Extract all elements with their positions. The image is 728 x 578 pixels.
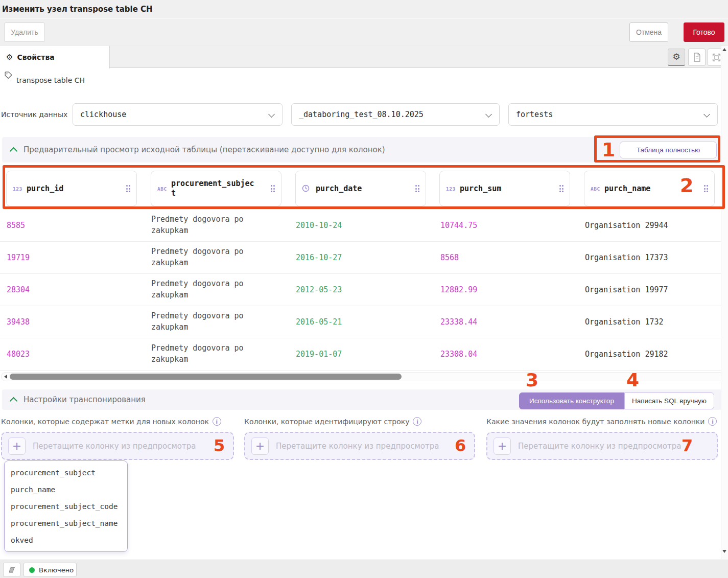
cell-subject: Predmety dogovora po zakupkam <box>151 214 282 237</box>
drag-handle-icon[interactable] <box>704 185 709 192</box>
connection-select[interactable]: clickhouse <box>73 103 283 126</box>
numeric-type-icon: 123 <box>13 186 27 192</box>
cell-purch-id: 8585 <box>7 221 137 230</box>
column-card-purch-date[interactable]: purch_date <box>295 171 426 206</box>
column-card-purch-sum[interactable]: 123 purch_sum <box>439 171 570 206</box>
tab-properties[interactable]: ⚙ Свойства <box>0 46 110 68</box>
tag-icon <box>4 71 13 80</box>
menu-item-purch-name[interactable]: purch_name <box>5 481 127 498</box>
dropzone-placeholder: Перетащите колонку из предпросмотра <box>518 442 681 451</box>
cell-purch-date: 2012-05-23 <box>296 285 427 294</box>
cell-purch-name: Organisation 17373 <box>585 253 716 262</box>
collapse-chevron-icon[interactable] <box>10 397 18 405</box>
column-card-procurement-subject[interactable]: ABC procurement_subject <box>151 171 281 206</box>
cell-purch-sum: 8568 <box>440 253 571 262</box>
cell-purch-id: 19719 <box>7 253 137 262</box>
info-icon[interactable]: i <box>413 417 421 426</box>
column-name: purch_name <box>604 184 650 194</box>
chevron-down-icon <box>703 111 710 118</box>
drag-handle-icon[interactable] <box>415 185 420 192</box>
status-bar: Включено <box>0 560 728 578</box>
dropzone-new-column-labels[interactable]: + Перетащите колонку из предпросмотра <box>1 432 234 460</box>
cell-subject: Predmety dogovora po zakupkam <box>151 279 282 301</box>
done-button[interactable]: Готово <box>684 22 724 42</box>
cell-subject: Predmety dogovora po zakupkam <box>151 311 282 333</box>
cell-purch-name: Organisation 29944 <box>585 221 716 230</box>
menu-item-procurement-subject-code[interactable]: procurement_subject_code <box>5 498 127 515</box>
node-name: transpose table CH <box>16 76 85 84</box>
table-row: 48023 Predmety dogovora po zakupkam 2019… <box>0 338 728 371</box>
full-table-button[interactable]: Таблица полностью <box>620 142 717 158</box>
preview-section-title: Предварительный просмотр исходной таблиц… <box>24 145 385 154</box>
drag-handle-icon[interactable] <box>271 185 275 192</box>
scroll-up-icon[interactable] <box>722 48 726 51</box>
add-column-button[interactable]: + <box>8 437 26 455</box>
cell-purch-sum: 23308.04 <box>440 350 571 359</box>
database-value: _databoring_test_08.10.2025 <box>299 110 424 119</box>
write-sql-button[interactable]: Написать SQL вручную <box>624 392 714 409</box>
label-text: Колонки, которые содержат метки для новы… <box>1 418 209 426</box>
chevron-down-icon <box>485 111 492 118</box>
use-constructor-button[interactable]: Использовать конструктор <box>519 392 624 409</box>
expand-icon <box>712 53 721 62</box>
cell-purch-sum: 12882.99 <box>440 285 571 294</box>
cell-purch-date: 2019-01-07 <box>296 350 427 359</box>
drag-handle-icon[interactable] <box>559 185 564 192</box>
database-select[interactable]: _databoring_test_08.10.2025 <box>291 103 500 126</box>
properties-view-button[interactable]: ⚙ <box>668 49 685 66</box>
drag-handle-icon[interactable] <box>126 185 131 192</box>
column-name: purch_id <box>27 184 63 194</box>
vertical-scrollbar[interactable] <box>721 46 728 559</box>
table-row: 8585 Predmety dogovora po zakupkam 2010-… <box>0 210 728 242</box>
column-card-purch-id[interactable]: 123 purch_id <box>6 171 137 206</box>
transpose-section-title: Настройки транспонирования <box>24 395 146 404</box>
scroll-down-icon[interactable] <box>722 550 726 553</box>
edit-node-dialog: Изменить узел transpose table CH Удалить… <box>0 0 728 578</box>
table-value: fortests <box>516 110 553 119</box>
cell-purch-id: 48023 <box>7 350 137 359</box>
dropzone-label-value-columns: Какие значения колонок будут заполнять н… <box>486 417 717 426</box>
connection-value: clickhouse <box>80 110 126 119</box>
cell-purch-sum: 10744.75 <box>440 221 571 230</box>
datasource-label: Источник данных <box>1 110 67 119</box>
add-column-button[interactable]: + <box>251 437 269 455</box>
cell-purch-date: 2016-05-21 <box>296 317 427 327</box>
status-label: Включено <box>39 566 74 574</box>
table-row: 28304 Predmety dogovora po zakupkam 2012… <box>0 274 728 306</box>
column-name: purch_sum <box>460 184 501 194</box>
scroll-left-icon[interactable] <box>4 375 7 379</box>
preview-section-header[interactable]: Предварительный просмотр исходной таблиц… <box>2 137 726 163</box>
cell-purch-name: Organisation 19977 <box>585 285 716 294</box>
info-icon[interactable]: i <box>708 417 717 426</box>
gear-icon: ⚙ <box>672 53 680 61</box>
menu-item-procurement-subject[interactable]: procurement_subject <box>5 464 127 481</box>
collapse-chevron-icon[interactable] <box>10 147 18 155</box>
table-row: 19719 Predmety dogovora po zakupkam 2016… <box>0 242 728 274</box>
dropzone-row-identifiers[interactable]: + Перетащите колонку из предпросмотра <box>244 432 475 460</box>
info-icon[interactable]: i <box>213 417 221 426</box>
cell-purch-date: 2010-10-24 <box>296 221 427 230</box>
log-button[interactable] <box>3 563 20 577</box>
dropzone-value-columns[interactable]: + Перетащите колонку из предпросмотра <box>486 432 718 460</box>
menu-item-okved[interactable]: okved <box>5 531 127 548</box>
dropzone-label-new-column-labels: Колонки, которые содержат метки для новы… <box>1 417 221 426</box>
cell-subject: Predmety dogovora po zakupkam <box>151 343 282 365</box>
document-view-button[interactable] <box>688 49 706 66</box>
cancel-button[interactable]: Отмена <box>629 22 668 42</box>
dropzone-placeholder: Перетащите колонку из предпросмотра <box>276 442 439 451</box>
scrollbar-thumb[interactable] <box>10 374 402 380</box>
add-column-button[interactable]: + <box>494 437 511 455</box>
menu-item-procurement-subject-name[interactable]: procurement_subject_name <box>5 515 127 531</box>
column-card-purch-name[interactable]: ABC purch_name <box>584 171 715 206</box>
chevron-down-icon <box>268 111 275 118</box>
label-text: Какие значения колонок будут заполнять н… <box>486 418 704 426</box>
horizontal-scrollbar[interactable] <box>1 372 727 381</box>
node-status[interactable]: Включено <box>24 563 77 577</box>
table-row: 39438 Predmety dogovora po zakupkam 2016… <box>0 306 728 338</box>
cell-purch-id: 39438 <box>7 317 137 327</box>
table-select[interactable]: fortests <box>508 103 718 126</box>
column-name: purch_date <box>316 184 362 194</box>
delete-button[interactable]: Удалить <box>4 22 45 42</box>
dropzone-label-row-identifiers: Колонки, которые идентифицируют строку i <box>244 417 421 426</box>
cell-subject: Predmety dogovora po zakupkam <box>151 246 282 269</box>
